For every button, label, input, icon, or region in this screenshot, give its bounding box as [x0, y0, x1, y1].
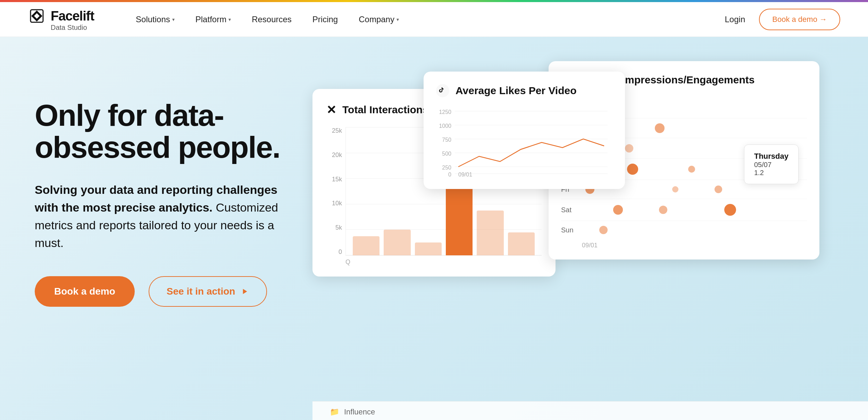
- dot: [625, 144, 633, 153]
- svg-text:250: 250: [442, 165, 451, 171]
- y-label-0: 0: [326, 248, 342, 256]
- logo-subtitle: Data Studio: [51, 24, 87, 32]
- hero-right: ✕ Total Interactions 25k 20k 15k 10k 5k …: [312, 37, 868, 420]
- nav-actions: Login Book a demo →: [725, 9, 840, 30]
- dot-row-sun: Sun: [561, 221, 807, 239]
- x-twitter-icon: ✕: [326, 103, 336, 117]
- main-nav: Facelift Data Studio Solutions ▾ Platfor…: [0, 2, 868, 37]
- dot-row-sat: Sat: [561, 199, 807, 221]
- day-label-sun: Sun: [561, 226, 578, 234]
- twitter-y-axis: 25k 20k 15k 10k 5k 0: [326, 127, 345, 256]
- hero-see-action-button[interactable]: See it in action: [149, 276, 267, 307]
- dot: [715, 186, 722, 193]
- svg-point-1: [436, 84, 449, 97]
- instagram-x-label: 09/01: [582, 242, 807, 249]
- tiktok-card-title: Average Likes Per Video: [456, 85, 577, 97]
- logo-area: Facelift Data Studio: [28, 7, 94, 32]
- dot: [672, 186, 678, 192]
- y-label-5k: 5k: [326, 224, 342, 231]
- y-label-10k: 10k: [326, 200, 342, 207]
- tiktok-card-header: Average Likes Per Video: [436, 84, 612, 97]
- dot: [613, 205, 623, 215]
- dot: [724, 204, 736, 216]
- bar: [384, 230, 410, 255]
- y-label-15k: 15k: [326, 176, 342, 183]
- y-label-25k: 25k: [326, 127, 342, 134]
- svg-text:09/01: 09/01: [458, 172, 472, 177]
- nav-resources[interactable]: Resources: [252, 15, 292, 24]
- svg-text:1250: 1250: [439, 109, 451, 115]
- tiktok-icon: [436, 84, 449, 97]
- chevron-down-icon: ▾: [172, 17, 175, 22]
- folder-icon: 📁: [330, 407, 339, 417]
- chevron-down-icon: ▾: [397, 17, 399, 22]
- hero-subtext: Solving your data and reporting challeng…: [35, 181, 285, 252]
- nav-solutions[interactable]: Solutions ▾: [136, 15, 175, 24]
- chevron-down-icon: ▾: [228, 17, 231, 22]
- svg-text:0: 0: [448, 172, 451, 177]
- nav-links: Solutions ▾ Platform ▾ Resources Pricing…: [136, 15, 725, 24]
- nav-company[interactable]: Company ▾: [359, 15, 399, 24]
- tooltip-value: 1.2: [754, 169, 788, 177]
- bar: [353, 236, 379, 255]
- dots-area: [585, 204, 807, 216]
- influence-label: Influence: [344, 407, 375, 417]
- hero-heading: Only for data-obsessed people.: [35, 99, 285, 164]
- dot: [627, 164, 638, 175]
- influence-footer: 📁 Influence: [312, 401, 868, 420]
- nav-pricing[interactable]: Pricing: [312, 15, 338, 24]
- hero-section: Only for data-obsessed people. Solving y…: [0, 37, 868, 420]
- dot: [599, 226, 608, 234]
- bar: [477, 211, 503, 255]
- bar: [508, 232, 535, 255]
- day-label-sat: Sat: [561, 206, 578, 214]
- svg-text:500: 500: [442, 151, 451, 157]
- tooltip-day: Thursday: [754, 152, 788, 161]
- nav-platform[interactable]: Platform ▾: [195, 15, 231, 24]
- logo-row: Facelift: [28, 7, 94, 25]
- y-label-20k: 20k: [326, 151, 342, 159]
- hero-left: Only for data-obsessed people. Solving y…: [0, 37, 312, 420]
- login-link[interactable]: Login: [725, 15, 745, 24]
- dot: [688, 166, 695, 173]
- twitter-x-label: Q: [345, 258, 542, 266]
- hero-buttons: Book a demo See it in action: [35, 276, 285, 307]
- tooltip-date: 05/07: [754, 161, 788, 169]
- play-icon: [240, 287, 249, 296]
- dots-area: [585, 226, 807, 234]
- svg-text:750: 750: [442, 137, 451, 143]
- hero-book-demo-button[interactable]: Book a demo: [35, 276, 135, 307]
- twitter-card-title: Total Interactions: [342, 104, 428, 116]
- book-demo-button[interactable]: Book a demo →: [759, 9, 840, 30]
- logo-icon: [28, 7, 46, 25]
- tiktok-line-chart: 1250 1000 750 500 250 0 09/01: [436, 108, 612, 177]
- dot: [659, 206, 667, 214]
- dot: [655, 123, 665, 133]
- logo-name: Facelift: [51, 9, 94, 24]
- tiktok-chart-card: Average Likes Per Video 1250 1000 750 50…: [424, 72, 625, 189]
- bar: [415, 242, 442, 255]
- thursday-tooltip: Thursday 05/07 1.2: [744, 145, 799, 184]
- svg-text:1000: 1000: [439, 123, 451, 129]
